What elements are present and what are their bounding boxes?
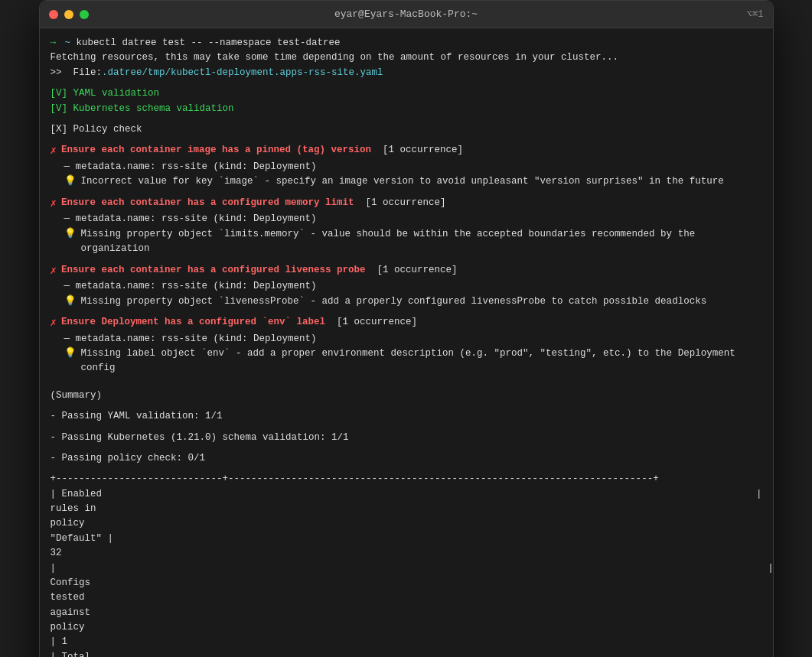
rule-1-metadata: — metadata.name: rss-site (kind: Deploym…: [51, 160, 762, 174]
rule-3-hint-text: Missing property object `livenessProbe` …: [81, 294, 707, 309]
summary-k8s-text: - Passing Kubernetes (1.21.0) schema val…: [51, 431, 349, 445]
table-row-configs: | Configs tested against policy | 1 |: [51, 561, 762, 650]
yaml-validation-line: [V] YAML validation: [51, 86, 762, 101]
rule-2-occurrence: [1 occurrence]: [354, 196, 446, 210]
rule-1-occurrence: [1 occurrence]: [371, 143, 463, 158]
rule-2-hint-text: Missing property object `limits.memory` …: [81, 227, 762, 257]
summary-policy: - Passing policy check: 0/1: [51, 451, 762, 466]
rule-4-hint: 💡 Missing label object `env` - add a pro…: [51, 346, 762, 376]
summary-header: (Summary): [51, 389, 103, 403]
command-line: → ~ kubectl datree test -- --namespace t…: [51, 36, 762, 50]
maximize-button[interactable]: [80, 10, 89, 19]
minimize-button[interactable]: [64, 10, 73, 19]
table-evaluated-spacer: [102, 650, 772, 657]
table-configs-end: |: [768, 561, 772, 576]
table-enabled-spacer: [130, 487, 756, 502]
summary-yaml: - Passing YAML validation: 1/1: [51, 409, 762, 424]
rule-4-hint-text: Missing label object `env` - add a prope…: [81, 346, 762, 376]
rule-1-hint-text: Incorrect value for key `image` - specif…: [81, 174, 724, 189]
rule-3-metadata: — metadata.name: rss-site (kind: Deploym…: [51, 279, 762, 294]
table-row-enabled: | Enabled rules in policy "Default" | 32…: [51, 487, 762, 561]
file-line: >> File: .datree/tmp/kubectl-deployment.…: [51, 66, 762, 80]
summary-k8s: - Passing Kubernetes (1.21.0) schema val…: [51, 431, 762, 445]
table-row-evaluated: | Total rules evaluated | 32 |: [51, 650, 762, 657]
close-button[interactable]: [49, 10, 58, 19]
fetching-line: Fetching resources, this may take some t…: [51, 50, 762, 65]
rule-4-x-icon: ✗: [51, 315, 57, 332]
table-configs-spacer: [90, 561, 768, 576]
prompt-arrow: →: [51, 36, 57, 50]
table-enabled-end: |: [756, 487, 762, 502]
rule-2-name: Ensure each container has a configured m…: [61, 196, 354, 210]
rule-1-x-icon: ✗: [51, 143, 57, 160]
rule-2-metadata: — metadata.name: rss-site (kind: Deploym…: [51, 212, 762, 226]
table-enabled-text: | Enabled rules in policy "Default" | 32: [51, 487, 131, 561]
summary-policy-text: - Passing policy check: 0/1: [51, 451, 206, 466]
policy-check-text: [X] Policy check: [51, 122, 142, 137]
traffic-lights: [49, 10, 89, 19]
rule-1-hint: 💡 Incorrect value for key `image` - spec…: [51, 174, 762, 189]
summary-yaml-text: - Passing YAML validation: 1/1: [51, 409, 223, 424]
summary-header-line: (Summary): [51, 389, 762, 403]
rule-3-name: Ensure each container has a configured l…: [61, 263, 366, 278]
bulb-icon-3: 💡: [64, 294, 77, 309]
bulb-icon-4: 💡: [64, 346, 77, 361]
file-path: .datree/tmp/kubectl-deployment.apps-rss-…: [102, 66, 383, 80]
rule-4-header: ✗ Ensure Deployment has a configured `en…: [51, 315, 762, 332]
table-evaluated-text: | Total rules evaluated | 32: [51, 650, 103, 657]
rule-3-header: ✗ Ensure each container has a configured…: [51, 263, 762, 280]
rule-4-occurrence: [1 occurrence]: [325, 315, 417, 330]
rule-1-header: ✗ Ensure each container image has a pinn…: [51, 143, 762, 160]
rule-1-name: Ensure each container image has a pinned…: [61, 143, 371, 158]
window-title: eyar@Eyars-MacBook-Pro:~: [334, 8, 478, 20]
policy-check-line: [X] Policy check: [51, 122, 762, 137]
titlebar: eyar@Eyars-MacBook-Pro:~ ⌥⌘1: [40, 1, 773, 28]
rule-3-occurrence: [1 occurrence]: [366, 263, 458, 278]
command-text: kubectl datree test -- --namespace test-…: [77, 36, 341, 50]
terminal-window: eyar@Eyars-MacBook-Pro:~ ⌥⌘1 → ~ kubectl…: [39, 0, 774, 657]
file-label: >> File:: [51, 66, 103, 80]
rule-3-x-icon: ✗: [51, 263, 57, 280]
keyboard-shortcut: ⌥⌘1: [747, 8, 764, 20]
rule-2-header: ✗ Ensure each container has a configured…: [51, 196, 762, 213]
table-configs-text: | Configs tested against policy | 1: [51, 561, 91, 650]
rule-2-hint: 💡 Missing property object `limits.memory…: [51, 227, 762, 257]
bulb-icon-2: 💡: [64, 227, 77, 242]
table-top-border-text: +-----------------------------+---------…: [51, 472, 659, 486]
bulb-icon-1: 💡: [64, 174, 77, 189]
rule-3-hint: 💡 Missing property object `livenessProbe…: [51, 294, 762, 309]
prompt-dir: ~: [59, 36, 77, 50]
k8s-validation-line: [V] Kubernetes schema validation: [51, 102, 762, 116]
table-border-top: +-----------------------------+---------…: [51, 472, 762, 486]
terminal-content: → ~ kubectl datree test -- --namespace t…: [40, 28, 773, 657]
fetching-text: Fetching resources, this may take some t…: [51, 50, 619, 65]
rule-2-x-icon: ✗: [51, 196, 57, 213]
yaml-validation-text: [V] YAML validation: [51, 86, 160, 101]
rule-4-name: Ensure Deployment has a configured `env`…: [61, 315, 325, 330]
rule-4-metadata: — metadata.name: rss-site (kind: Deploym…: [51, 332, 762, 346]
k8s-validation-text: [V] Kubernetes schema validation: [51, 102, 234, 116]
